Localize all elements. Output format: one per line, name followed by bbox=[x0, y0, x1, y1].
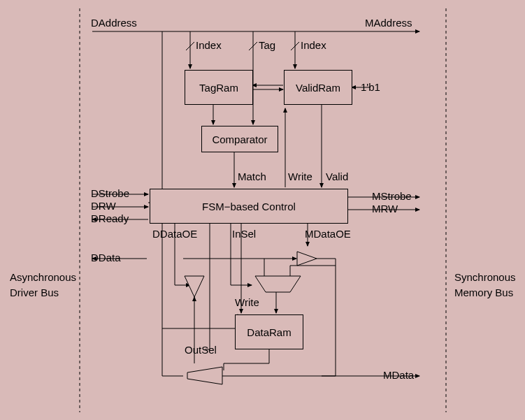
label-index2: Index bbox=[301, 39, 326, 51]
svg-marker-51 bbox=[255, 276, 301, 292]
fsm-label: FSM−based Control bbox=[202, 201, 296, 212]
block-dataram: DataRam bbox=[235, 314, 303, 349]
diagram-canvas: TagRam ValidRam Comparator FSM−based Con… bbox=[0, 0, 525, 420]
label-write: Write bbox=[288, 171, 312, 182]
label-mdata: MData bbox=[383, 369, 414, 381]
label-mdataoe: MDataOE bbox=[305, 228, 351, 240]
label-ddataoe: DDataOE bbox=[152, 228, 197, 240]
block-tagram: TagRam bbox=[185, 70, 253, 105]
label-write2: Write bbox=[235, 296, 259, 308]
title-membus: Memory Bus bbox=[454, 287, 513, 298]
label-1b1: 1'b1 bbox=[361, 81, 380, 93]
title-sync: Synchronous bbox=[454, 271, 516, 283]
tagram-label: TagRam bbox=[199, 82, 238, 94]
validram-label: ValidRam bbox=[296, 82, 340, 94]
svg-marker-50 bbox=[297, 252, 317, 266]
label-drw: DRW bbox=[91, 200, 116, 212]
label-dready: DReady bbox=[91, 212, 129, 224]
comparator-label: Comparator bbox=[212, 133, 267, 145]
svg-marker-52 bbox=[187, 367, 222, 384]
dataram-label: DataRam bbox=[247, 326, 291, 338]
label-outsel: OutSel bbox=[185, 344, 217, 356]
label-ddata: DData bbox=[91, 252, 121, 263]
block-validram: ValidRam bbox=[284, 70, 352, 105]
svg-marker-49 bbox=[185, 276, 204, 297]
label-valid: Valid bbox=[326, 171, 348, 182]
block-comparator: Comparator bbox=[201, 126, 278, 152]
label-dstrobe: DStrobe bbox=[91, 187, 129, 199]
label-daddress: DAddress bbox=[91, 17, 137, 29]
label-match: Match bbox=[238, 171, 266, 182]
label-index1: Index bbox=[196, 39, 222, 51]
block-fsm: FSM−based Control bbox=[150, 189, 348, 224]
title-driverbus: Driver Bus bbox=[10, 287, 59, 298]
label-insel: InSel bbox=[232, 228, 256, 240]
title-async: Asynchronous bbox=[10, 271, 76, 283]
label-mrw: MRW bbox=[372, 203, 398, 215]
label-maddress: MAddress bbox=[365, 17, 412, 29]
label-tag: Tag bbox=[259, 39, 275, 51]
label-mstrobe: MStrobe bbox=[372, 190, 412, 202]
